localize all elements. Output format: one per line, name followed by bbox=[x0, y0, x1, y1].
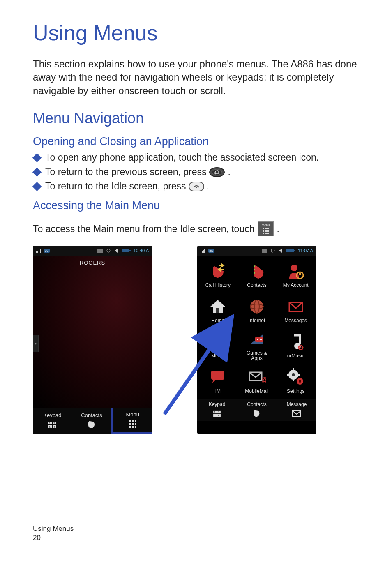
svg-text:@: @ bbox=[261, 376, 266, 383]
svg-rect-56 bbox=[218, 336, 224, 337]
battery-icon bbox=[122, 249, 131, 253]
settings-icon bbox=[287, 368, 305, 386]
menu-item-urmusic[interactable]: urMusic bbox=[277, 329, 315, 362]
menu-label: Games & Apps bbox=[247, 350, 267, 361]
contacts-icon bbox=[87, 420, 97, 430]
menu-item-my-account[interactable]: My Account bbox=[277, 258, 315, 292]
end-button-icon bbox=[189, 182, 204, 191]
svg-rect-27 bbox=[135, 423, 136, 425]
menu-softkey-icon: Menu bbox=[258, 221, 274, 236]
main-menu-screenshot: 3G 11:07 A Call History bbox=[197, 246, 316, 434]
contacts-icon bbox=[252, 409, 262, 419]
svg-text:2: 2 bbox=[218, 411, 219, 413]
period: . bbox=[277, 223, 279, 235]
contacts-icon bbox=[248, 262, 266, 280]
section-heading: Menu Navigation bbox=[33, 110, 359, 127]
svg-rect-30 bbox=[135, 426, 136, 428]
svg-rect-69 bbox=[287, 374, 289, 376]
urmusic-icon bbox=[287, 333, 305, 351]
menu-item-call-history[interactable]: Call History bbox=[199, 258, 237, 292]
softkey-label: Contacts bbox=[81, 412, 102, 418]
svg-rect-49 bbox=[216, 308, 219, 313]
softkey-label: Keypad bbox=[43, 412, 61, 418]
svg-point-38 bbox=[271, 249, 274, 252]
sound-icon bbox=[278, 249, 284, 253]
menu-label: Messages bbox=[284, 318, 307, 323]
svg-rect-41 bbox=[294, 250, 295, 251]
svg-point-2 bbox=[196, 187, 196, 187]
svg-point-1 bbox=[212, 169, 222, 175]
subsection-opening-closing: Opening and Closing an Application bbox=[33, 135, 359, 148]
menu-label: Home bbox=[211, 318, 224, 323]
widget-tray-handle[interactable]: ▸ bbox=[33, 335, 39, 352]
softkey-menu-highlighted[interactable]: Menu bbox=[111, 406, 152, 434]
3g-icon: 3G bbox=[208, 249, 214, 253]
idle-wallpaper: ROGERS ▸ bbox=[33, 256, 152, 408]
svg-rect-9 bbox=[97, 249, 103, 253]
svg-point-72 bbox=[299, 380, 301, 383]
im-icon bbox=[209, 368, 227, 386]
menu-item-mobilemail[interactable]: @ MobileMail bbox=[238, 364, 276, 398]
menu-chip-label: Menu bbox=[261, 224, 270, 227]
softkey-contacts[interactable]: Contacts bbox=[72, 408, 112, 434]
menu-item-contacts[interactable]: Contacts bbox=[238, 258, 276, 292]
softkey-label: Message bbox=[287, 401, 307, 407]
menu-label: Internet bbox=[249, 318, 265, 323]
svg-text:3G: 3G bbox=[209, 249, 213, 252]
subsection-accessing-main-menu: Accessing the Main Menu bbox=[33, 199, 359, 212]
menu-item-media[interactable]: Media bbox=[199, 329, 237, 362]
svg-text:1: 1 bbox=[214, 411, 215, 413]
sound-icon bbox=[114, 249, 120, 253]
bullet-text: To return to the Idle screen, press bbox=[45, 181, 186, 192]
status-time: 11:07 A bbox=[298, 248, 313, 253]
menu-item-internet[interactable]: Internet bbox=[238, 293, 276, 327]
svg-rect-68 bbox=[293, 379, 294, 381]
svg-rect-40 bbox=[286, 249, 294, 252]
softkey-contacts[interactable]: Contacts bbox=[237, 399, 277, 421]
svg-point-66 bbox=[292, 373, 295, 376]
svg-rect-22 bbox=[129, 420, 131, 422]
svg-point-44 bbox=[254, 272, 255, 274]
menu-label: IM bbox=[215, 389, 221, 394]
svg-rect-24 bbox=[135, 420, 136, 422]
home-icon bbox=[209, 297, 227, 316]
svg-rect-31 bbox=[201, 251, 201, 253]
bullet-return-idle: To return to the Idle screen, press . bbox=[33, 181, 359, 192]
svg-rect-3 bbox=[36, 251, 37, 253]
svg-text:4: 4 bbox=[218, 414, 219, 417]
menu-item-games-apps[interactable]: Games & Apps bbox=[238, 329, 276, 362]
softkey-keypad[interactable]: Keypad 1234 bbox=[33, 408, 72, 434]
idle-screen-screenshot: 3G 10:40 A ROGERS ▸ Keypad 1234 bbox=[33, 246, 152, 434]
svg-rect-57 bbox=[255, 337, 263, 342]
signal-icon bbox=[201, 249, 206, 253]
access-main-menu-text: To access the Main menu from the Idle sc… bbox=[33, 221, 359, 236]
svg-point-50 bbox=[250, 300, 263, 313]
grid-icon bbox=[263, 228, 269, 234]
svg-point-58 bbox=[257, 339, 258, 340]
status-bar: 3G 11:07 A bbox=[197, 246, 316, 256]
svg-rect-55 bbox=[218, 337, 224, 342]
svg-rect-29 bbox=[132, 426, 134, 428]
softkey-keypad[interactable]: Keypad 1234 bbox=[197, 399, 237, 421]
menu-item-home[interactable]: Home bbox=[199, 293, 237, 327]
keypad-icon: 1234 bbox=[212, 409, 222, 419]
menu-item-messages[interactable]: Messages bbox=[277, 293, 315, 327]
keypad-icon: 1234 bbox=[47, 420, 57, 430]
mobilemail-icon: @ bbox=[248, 368, 266, 386]
alarm-icon bbox=[270, 249, 276, 253]
menu-item-im[interactable]: IM bbox=[199, 364, 237, 398]
svg-point-10 bbox=[107, 249, 110, 252]
svg-rect-70 bbox=[297, 374, 300, 376]
menu-label: MobileMail bbox=[245, 389, 268, 394]
access-text: To access the Main menu from the Idle sc… bbox=[33, 223, 255, 235]
svg-rect-33 bbox=[203, 250, 204, 253]
bullet-text: To open any phone application, touch the… bbox=[45, 152, 319, 163]
profile-icon bbox=[262, 249, 267, 253]
svg-rect-6 bbox=[40, 249, 41, 253]
svg-rect-26 bbox=[132, 423, 134, 425]
svg-text:3G: 3G bbox=[45, 249, 48, 252]
menu-grid-icon bbox=[128, 419, 138, 429]
menu-item-settings[interactable]: Settings bbox=[277, 364, 315, 398]
softkey-message[interactable]: Message bbox=[277, 399, 316, 421]
bullet-text: To return to the previous screen, press bbox=[45, 166, 206, 178]
